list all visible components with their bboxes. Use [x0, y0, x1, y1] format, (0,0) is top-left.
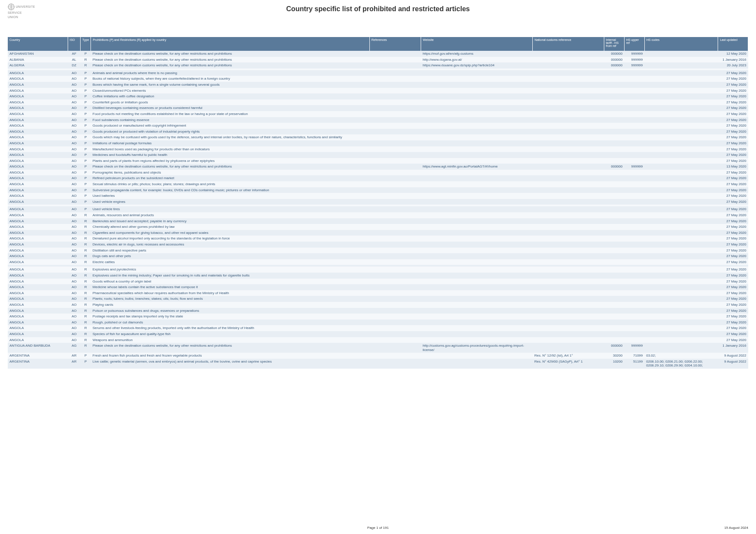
cell-upd: 27 May 2020 — [718, 259, 748, 265]
table-row: ANGOLAAOPSubversive propaganda content, … — [8, 187, 748, 193]
cell-hsf — [604, 99, 624, 106]
cell-hs — [644, 267, 718, 273]
cell-iso: AR — [68, 359, 80, 369]
cell-hst — [624, 331, 644, 337]
cell-nat — [533, 193, 604, 199]
cell-desc: Coffee imitations with coffee designatio… — [91, 93, 370, 99]
cell-type: P — [81, 76, 91, 82]
cell-country: ANGOLA — [8, 164, 68, 170]
table-row: ANGOLAAOPUsed vehicle tires27 May 2020 — [8, 206, 748, 212]
cell-nat — [533, 290, 604, 296]
cell-upd: 27 May 2020 — [718, 296, 748, 302]
cell-hsf — [604, 105, 624, 111]
cell-web — [421, 259, 533, 265]
cell-country: ANGOLA — [8, 76, 68, 82]
cell-nat — [533, 212, 604, 218]
cell-hs — [644, 224, 718, 230]
cell-web — [421, 99, 533, 106]
col-header: Country — [8, 37, 68, 51]
cell-desc: Used vehicle tires — [91, 206, 370, 212]
cell-hsf — [604, 253, 624, 259]
cell-upd: 27 May 2020 — [718, 181, 748, 187]
cell-country: ANGOLA — [8, 248, 68, 254]
cell-desc: Please check on the destination customs … — [91, 51, 370, 57]
cell-type: P — [81, 134, 91, 140]
cell-ref — [369, 123, 421, 129]
cell-hst — [624, 206, 644, 212]
cell-hsf: 10200 — [604, 359, 624, 369]
cell-hst — [624, 290, 644, 296]
cell-iso: AO — [68, 105, 80, 111]
cell-nat — [533, 284, 604, 290]
cell-nat — [533, 296, 604, 302]
cell-type: P — [81, 164, 91, 170]
cell-hs — [644, 296, 718, 302]
cell-desc: Banknotes and issued and accepted; payab… — [91, 218, 370, 224]
cell-ref — [369, 206, 421, 212]
cell-iso: AO — [68, 70, 80, 76]
cell-web — [421, 199, 533, 205]
cell-hsf — [604, 152, 624, 158]
cell-desc: Manufactured boxes used as packaging for… — [91, 146, 370, 152]
cell-hs — [644, 82, 718, 88]
cell-web — [421, 284, 533, 290]
cell-country: ANGOLA — [8, 290, 68, 296]
cell-hs — [644, 129, 718, 135]
cell-web — [421, 93, 533, 99]
cell-country: ANGOLA — [8, 181, 68, 187]
cell-hsf — [604, 242, 624, 248]
cell-hst — [624, 105, 644, 111]
cell-type: R — [81, 253, 91, 259]
cell-web — [421, 218, 533, 224]
cell-type: R — [81, 236, 91, 242]
cell-upd: 27 May 2020 — [718, 117, 748, 123]
cell-country: ANGOLA — [8, 302, 68, 308]
table-row: ANGOLAAOPDistilled beverages containing … — [8, 105, 748, 111]
cell-type: P — [81, 70, 91, 76]
cell-hs — [644, 253, 718, 259]
cell-hsf — [604, 82, 624, 88]
cell-ref — [369, 230, 421, 236]
cell-hsf — [604, 279, 624, 285]
cell-web — [421, 320, 533, 326]
cell-hst — [624, 181, 644, 187]
cell-iso: AO — [68, 76, 80, 82]
cell-desc: Species of fish for aquaculture and qual… — [91, 331, 370, 337]
cell-desc: Live cattle; genetic material (semen, ov… — [91, 359, 370, 369]
cell-country: ANGOLA — [8, 170, 68, 176]
globe-icon — [8, 3, 15, 10]
cell-hst — [624, 158, 644, 164]
cell-ref — [369, 273, 421, 279]
cell-type: R — [81, 62, 91, 68]
cell-ref — [369, 236, 421, 242]
cell-hs — [644, 164, 718, 170]
cell-hst: 999999 — [624, 57, 644, 63]
cell-country: ANGOLA — [8, 111, 68, 117]
cell-nat — [533, 129, 604, 135]
cell-hst — [624, 259, 644, 265]
cell-iso: AO — [68, 123, 80, 129]
cell-ref — [369, 181, 421, 187]
cell-iso: AO — [68, 134, 80, 140]
cell-iso: AO — [68, 296, 80, 302]
cell-hsf: 000000 — [604, 164, 624, 170]
cell-ref — [369, 51, 421, 57]
cell-ref — [369, 302, 421, 308]
table-row: ALBANIAALRPlease check on the destinatio… — [8, 57, 748, 63]
cell-type: P — [81, 117, 91, 123]
col-header: HS codes — [644, 37, 718, 51]
cell-web — [421, 129, 533, 135]
table-row: ANGOLAAORMedicine whose labels contain t… — [8, 284, 748, 290]
cell-upd: 27 May 2020 — [718, 284, 748, 290]
cell-nat — [533, 76, 604, 82]
cell-upd: 27 May 2020 — [718, 175, 748, 181]
table-row: ANGOLAAOPSexual stimulus drinks or pills… — [8, 181, 748, 187]
table-row: ANGOLAAORSpecies of fish for aquaculture… — [8, 331, 748, 337]
cell-ref — [369, 284, 421, 290]
cell-country: ANGOLA — [8, 230, 68, 236]
cell-nat — [533, 273, 604, 279]
table-row: ANGOLAAOPGoods which may be confused wit… — [8, 134, 748, 140]
cell-desc: Chemically altered and other gomes prohi… — [91, 224, 370, 230]
cell-desc: Medicines and foodstuffs harmful to publ… — [91, 152, 370, 158]
cell-hsf — [604, 302, 624, 308]
